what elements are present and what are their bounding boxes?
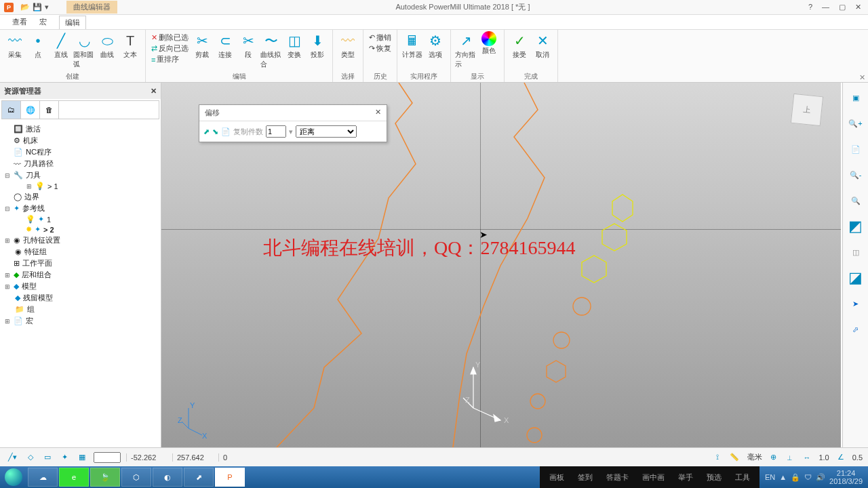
node-tools[interactable]: ⊟🔧刀具 (4, 169, 157, 181)
zoom-out-icon[interactable]: 🔍- (846, 165, 865, 184)
tb-tree-icon[interactable]: 🗂 (2, 101, 21, 119)
sb-grid-icon[interactable]: ▦ (76, 453, 88, 462)
sb-line-icon[interactable]: ╱▾ (5, 453, 20, 462)
task-app4[interactable]: ⬡ (121, 468, 151, 487)
tb-trash-icon[interactable]: 🗑 (40, 101, 59, 119)
qat-save-icon[interactable]: 💾 (33, 3, 42, 12)
watermark-text: 北斗编程在线培训，QQ：2784165944 (263, 235, 575, 261)
sb-target-icon[interactable]: ⊕ (768, 453, 779, 462)
taskbar: ☁ e 🍃 ⬡ ◐ ⬈ P 画板 签到 答题卡 画中画 举手 预选 工具 EN▲… (0, 466, 868, 488)
tool-segment[interactable]: ✂段 (237, 31, 259, 70)
zoom-fit-icon[interactable]: 🔍 (846, 191, 865, 210)
cancel-button[interactable]: ✕取消 (532, 31, 553, 70)
node-ref-1[interactable]: 💡✦1 (4, 214, 157, 224)
sb-snap2-icon[interactable]: ▭ (41, 453, 54, 462)
node-tool-1[interactable]: ⊞💡> 1 (4, 181, 157, 191)
node-featgrp[interactable]: ◉特征组 (4, 246, 157, 258)
help-icon[interactable]: ? (808, 3, 812, 12)
copies-input[interactable] (266, 125, 286, 138)
tool-line[interactable]: ╱直线 (50, 31, 72, 70)
tool-fit[interactable]: 〜曲线拟合 (260, 31, 282, 70)
sb-measure-icon[interactable]: ⟟ (713, 453, 722, 462)
node-refline[interactable]: ⊟✦参考线 (4, 203, 157, 214)
svg-text:Y: Y (190, 401, 195, 409)
tb-globe-icon[interactable]: 🌐 (21, 101, 40, 119)
node-layers[interactable]: ⊞◆层和组合 (4, 269, 157, 281)
node-group[interactable]: 📁组 (4, 304, 157, 315)
distance-select[interactable]: 距离 (296, 125, 357, 138)
tool-options[interactable]: ⚙选项 (425, 31, 446, 70)
zoom-in-icon[interactable]: 🔍+ (846, 114, 865, 133)
tool-calculator[interactable]: 🖩计算器 (401, 31, 423, 70)
tool-trim[interactable]: ✂剪裁 (191, 31, 213, 70)
tool-join[interactable]: ⊂连接 (214, 31, 236, 70)
tool-curve[interactable]: ⬭曲线 (96, 31, 118, 70)
offset-copy-icon[interactable]: 📄 (221, 127, 231, 136)
coord-y: 257.642 (172, 453, 213, 462)
task-powermill[interactable]: P (215, 468, 245, 487)
task-app6[interactable]: ⬈ (184, 468, 214, 487)
task-app3[interactable]: 🍃 (90, 468, 120, 487)
tool-collect[interactable]: 〰采集 (4, 31, 26, 70)
node-ref-2[interactable]: ✸✦> 2 (4, 224, 157, 235)
pick-icon[interactable]: ➤ (846, 294, 865, 313)
task-app5[interactable]: ◐ (153, 468, 182, 487)
menu-macro[interactable]: 宏 (39, 17, 47, 27)
statusbar: ╱▾ ◇ ▭ ✦ ▦ -52.262 257.642 0 ⟟ 📏 毫米 ⊕ ⟂ … (0, 447, 868, 466)
sb-angle-icon[interactable]: ∠ (835, 453, 847, 462)
maximize-button[interactable]: ▢ (839, 3, 846, 12)
shade-wire-icon[interactable]: ◫ (846, 243, 865, 262)
menu-edit[interactable]: 编辑 (59, 16, 86, 29)
task-app1[interactable]: ☁ (28, 468, 58, 487)
minimize-button[interactable]: — (822, 3, 829, 12)
node-toolpath[interactable]: 〰刀具路径 (4, 158, 157, 169)
offset-mode1-icon[interactable]: ⬈ (203, 127, 210, 136)
system-tray[interactable]: EN▲🔒🛡🔊 21:242018/3/29 (760, 469, 868, 485)
node-active[interactable]: 🔲激活 (4, 123, 157, 135)
tool-text[interactable]: T文本 (119, 31, 141, 70)
node-workplane[interactable]: ⊞工作平面 (4, 258, 157, 269)
node-residual[interactable]: ◆残留模型 (4, 292, 157, 304)
node-nc[interactable]: 📄NC程序 (4, 146, 157, 158)
node-boundary[interactable]: ◯边界 (4, 191, 157, 203)
sb-field[interactable] (94, 452, 121, 463)
qat-dropdown-icon[interactable]: ▾ (45, 3, 49, 12)
offset-mode2-icon[interactable]: ⬊ (212, 127, 218, 136)
node-model[interactable]: ⊞◆模型 (4, 281, 157, 292)
history-controls[interactable]: ↶撤销 ↷恢复 (368, 31, 393, 70)
shade-xray-icon[interactable]: ◪ (846, 268, 865, 287)
tool-project[interactable]: ⬇投影 (307, 31, 328, 70)
shade-solid-icon[interactable]: ◩ (846, 217, 865, 236)
sb-dim-icon[interactable]: ↔ (800, 453, 813, 462)
offset-title: 偏移 (205, 108, 220, 118)
menu-view[interactable]: 查看 (12, 17, 27, 27)
start-button[interactable] (0, 466, 27, 488)
view-iso-icon[interactable]: ▣ (846, 88, 865, 107)
task-app2[interactable]: e (59, 468, 89, 487)
sb-snap3-icon[interactable]: ✦ (59, 453, 71, 462)
sb-axis-icon[interactable]: ⟂ (785, 453, 795, 462)
right-close-icon[interactable]: ✕ (859, 73, 865, 82)
explorer-close-icon[interactable]: ✕ (151, 87, 157, 96)
view-page-icon[interactable]: 📄 (846, 140, 865, 159)
sb-ruler-icon[interactable]: 📏 (727, 453, 742, 462)
viewport[interactable]: Y X Z YXZ 偏移✕ ⬈ ⬊ 📄 复制件数 ▾ 距离 北斗编程在线培训，Q… (161, 83, 841, 447)
tool-color[interactable]: 颜色 (478, 31, 500, 70)
pick2-icon[interactable]: ⬀ (846, 320, 865, 339)
offset-close-icon[interactable]: ✕ (375, 108, 381, 118)
context-tab[interactable]: 曲线编辑器 (66, 1, 117, 14)
accept-button[interactable]: ✓接受 (509, 31, 530, 70)
tool-arc[interactable]: ◡圆和圆弧 (73, 31, 95, 70)
viewcube[interactable]: 上 (791, 94, 823, 126)
node-holes[interactable]: ⊞◉孔特征设置 (4, 235, 157, 246)
close-button[interactable]: ✕ (855, 3, 861, 12)
tool-point[interactable]: •点 (27, 31, 49, 70)
tool-transform[interactable]: ◫变换 (283, 31, 305, 70)
edit-options[interactable]: ✕删除已选 ⇄反向已选 ≡重排序 (150, 31, 190, 70)
tool-direction[interactable]: ↗方向指示 (455, 31, 477, 70)
sb-snap1-icon[interactable]: ◇ (25, 453, 36, 462)
tool-type[interactable]: 〰类型 (337, 31, 359, 70)
node-machine[interactable]: ⚙机床 (4, 135, 157, 146)
qat-open-icon[interactable]: 📂 (20, 3, 30, 12)
node-macro[interactable]: ⊞📄宏 (4, 315, 157, 327)
